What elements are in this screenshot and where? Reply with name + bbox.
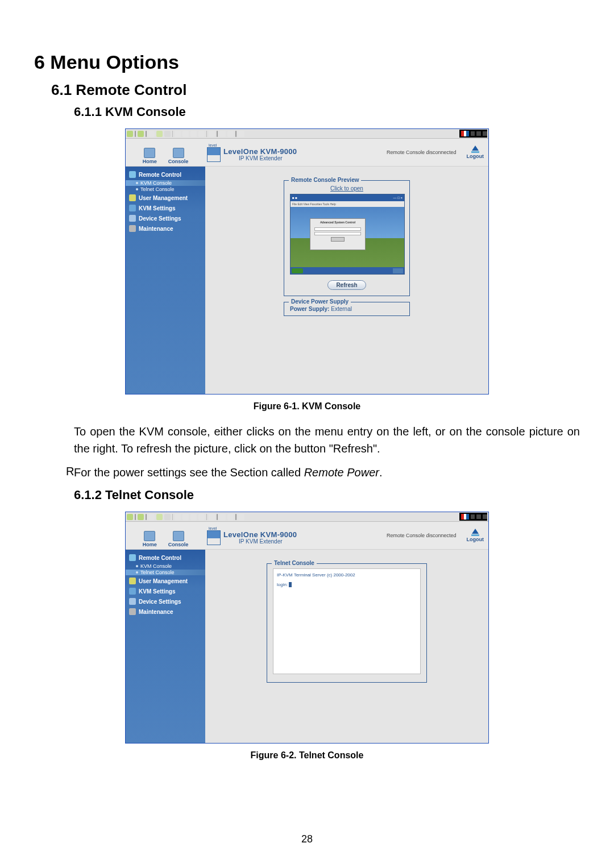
logout-button[interactable]: Logout (467, 146, 484, 159)
minimize-icon[interactable] (471, 514, 475, 519)
sidebar-item-maintenance[interactable]: Maintenance (126, 607, 205, 617)
sidebar-item-kvm-settings[interactable]: KVM Settings (126, 203, 205, 213)
power-supply-value: External (331, 306, 352, 312)
favorites-icon[interactable] (182, 131, 189, 137)
figure-caption-1: Figure 6-1. KVM Console (34, 401, 580, 412)
main-panel-kvm: Remote Console Preview Click to open ■ ■… (205, 167, 488, 394)
logout-icon-base (471, 151, 479, 153)
bullet-icon (136, 188, 138, 190)
device-settings-icon (129, 598, 136, 605)
maximize-icon[interactable] (476, 131, 481, 136)
logout-label: Logout (467, 153, 484, 159)
sidebar-label-kvm-console: KVM Console (140, 180, 172, 186)
sidebar-item-user-management[interactable]: User Management (126, 193, 205, 203)
header-title-area: level LevelOne KVM-9000 IP KVM Extender (205, 139, 364, 166)
connection-status: Remote Console disconnected (387, 149, 457, 155)
home-button[interactable]: Home (143, 531, 157, 547)
sidebar-item-device-settings[interactable]: Device Settings (126, 596, 205, 607)
media-icon[interactable] (190, 131, 197, 137)
console-preview-thumbnail[interactable]: ■ ■— □ × File Edit View Favorites Tools … (290, 194, 405, 275)
stop-icon[interactable] (148, 131, 155, 137)
reload-icon[interactable] (156, 131, 163, 137)
mail-icon[interactable] (209, 514, 215, 520)
separator-icon (135, 131, 136, 137)
thumb-titlebar: ■ ■— □ × (291, 194, 404, 201)
edit-icon[interactable] (227, 514, 234, 520)
paragraph-2-suffix: . (379, 466, 383, 479)
print-icon[interactable] (219, 514, 226, 520)
kvm-settings-icon (129, 588, 136, 595)
kvm-settings-icon (129, 205, 136, 211)
bullet-icon (136, 571, 138, 574)
bullet-icon (136, 565, 138, 567)
header-nav-buttons: Home Console (126, 522, 205, 549)
edit-icon[interactable] (227, 131, 234, 137)
product-title: LevelOne KVM-9000 (223, 147, 297, 156)
app-body: Remote Control KVM Console Telnet Consol… (126, 549, 488, 743)
forward-icon[interactable] (138, 131, 144, 137)
console-icon (173, 148, 184, 158)
sidebar-subitem-telnet-console[interactable]: Telnet Console (126, 570, 205, 575)
back-icon[interactable] (127, 514, 133, 520)
separator-icon (172, 514, 173, 520)
app-header: Home Console level LevelOne KVM-9000 IP … (126, 522, 488, 549)
sidebar-subitem-kvm-console[interactable]: KVM Console (126, 563, 205, 569)
print-icon[interactable] (219, 131, 226, 137)
paragraph-2-prefix: For the power settings see the Section c… (74, 466, 304, 479)
reload-icon[interactable] (156, 514, 163, 520)
maximize-icon[interactable] (476, 514, 481, 519)
console-button[interactable]: Console (168, 148, 189, 164)
history-icon[interactable] (198, 131, 205, 137)
console-icon (173, 531, 184, 541)
media-icon[interactable] (190, 514, 197, 520)
home-button[interactable]: Home (143, 148, 157, 164)
stop-icon[interactable] (148, 514, 155, 520)
console-button[interactable]: Console (168, 531, 189, 547)
refresh-button[interactable]: Refresh (327, 280, 366, 290)
back-icon[interactable] (127, 131, 133, 137)
favorites-icon[interactable] (182, 514, 189, 520)
home-icon[interactable] (164, 514, 171, 520)
discuss-icon[interactable] (238, 514, 244, 520)
systray-icon (393, 268, 403, 273)
mail-icon[interactable] (209, 131, 215, 137)
telnet-legend: Telnet Console (272, 560, 317, 566)
telnet-terminal[interactable]: IP-KVM Terminal Server (c) 2000-2002 log… (273, 568, 421, 674)
user-management-icon (129, 194, 136, 201)
sidebar-label-maintenance: Maintenance (139, 226, 173, 232)
close-icon[interactable] (483, 514, 487, 519)
brand-badge-icon (207, 147, 221, 162)
sidebar-item-remote-control[interactable]: Remote Control (126, 169, 205, 180)
app-body: Remote Control KVM Console Telnet Consol… (126, 166, 488, 394)
minimize-icon[interactable] (471, 131, 475, 136)
logout-button[interactable]: Logout (467, 529, 484, 542)
sidebar-subitem-kvm-console[interactable]: KVM Console (126, 180, 205, 186)
sidebar-item-user-management[interactable]: User Management (126, 576, 205, 586)
paragraph-2: For the power settings see the Section c… (34, 464, 580, 481)
header-title-area: level LevelOne KVM-9000 IP KVM Extender (205, 522, 364, 549)
home-icon[interactable] (164, 131, 171, 137)
window-controls (459, 513, 487, 521)
page-number: 28 (0, 833, 614, 845)
sidebar-item-maintenance[interactable]: Maintenance (126, 223, 205, 234)
separator-icon (146, 514, 147, 520)
browser-toolbar (126, 129, 488, 139)
sidebar-item-kvm-settings[interactable]: KVM Settings (126, 586, 205, 596)
search-icon[interactable] (175, 131, 181, 137)
sidebar-item-device-settings[interactable]: Device Settings (126, 213, 205, 223)
paragraph-1: To open the KVM console, either clicks o… (34, 423, 580, 457)
thumb-menubar: File Edit View Favorites Tools Help (291, 201, 404, 207)
margin-note-r: R (66, 465, 74, 478)
sidebar-label-kvm-settings: KVM Settings (139, 588, 175, 595)
history-icon[interactable] (198, 514, 205, 520)
discuss-icon[interactable] (238, 131, 244, 137)
click-to-open-link[interactable]: Click to open (290, 185, 404, 192)
sidebar-item-remote-control[interactable]: Remote Control (126, 553, 205, 563)
search-icon[interactable] (175, 514, 181, 520)
sidebar-subitem-telnet-console[interactable]: Telnet Console (126, 186, 205, 192)
remote-control-icon (129, 554, 136, 561)
forward-icon[interactable] (138, 514, 144, 520)
close-icon[interactable] (483, 131, 487, 136)
sidebar-label-kvm-console: KVM Console (140, 563, 172, 569)
header-right: Remote Console disconnected Logout (364, 139, 488, 166)
